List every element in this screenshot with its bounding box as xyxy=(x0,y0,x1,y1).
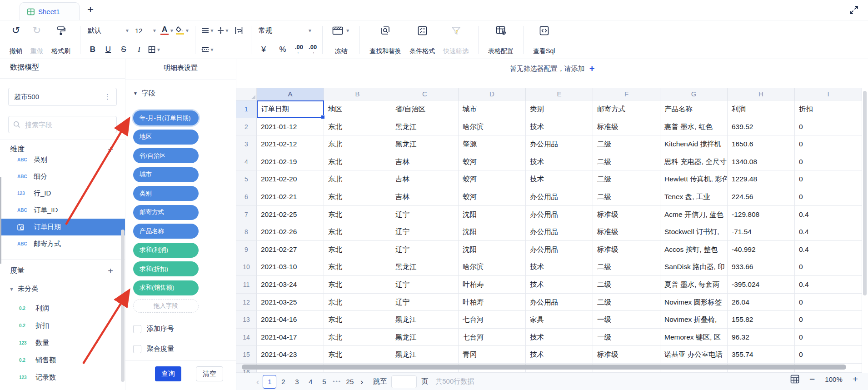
row-header[interactable]: 15 xyxy=(236,346,257,364)
grid-view-icon[interactable] xyxy=(790,375,799,384)
grid-cell[interactable]: Acme 开信刀, 蓝色 xyxy=(660,206,728,224)
grid-cell[interactable]: 26.04 xyxy=(728,294,795,311)
grid-cell[interactable]: 办公用品 xyxy=(526,206,593,224)
grid-cell[interactable]: 技术 xyxy=(526,170,593,188)
grid-cell[interactable]: 东北 xyxy=(324,276,391,294)
grid-cell[interactable]: 0 xyxy=(795,188,862,206)
field-chip[interactable]: 求和(折扣) xyxy=(133,261,199,276)
grid-cell[interactable]: 东北 xyxy=(324,153,391,171)
field-chip[interactable]: 求和(销售额) xyxy=(133,280,199,295)
grid-cell[interactable]: 355.74 xyxy=(728,346,795,364)
grid-cell[interactable]: 家具 xyxy=(526,311,593,329)
grid-cell[interactable]: 黑龙江 xyxy=(391,346,459,364)
bold-button[interactable]: B xyxy=(86,44,100,55)
grid-cell[interactable]: 思科 充电器, 全尺寸 xyxy=(660,153,728,171)
grid-cell[interactable]: 东北 xyxy=(324,170,391,188)
grid-cell[interactable]: Novimex 折叠椅, xyxy=(660,311,728,329)
add-index-option[interactable]: 添加序号 xyxy=(133,325,174,333)
page-button[interactable]: 4 xyxy=(304,375,317,389)
sidebar-measure-item[interactable]: 0.2销售额 xyxy=(0,352,125,369)
grid-cell[interactable]: 二级 xyxy=(593,135,660,153)
grid-cell[interactable]: 二级 xyxy=(593,294,660,311)
grid-cell[interactable]: 0 xyxy=(795,118,862,136)
grid-cell[interactable]: 哈尔滨 xyxy=(459,118,526,136)
column-header[interactable]: F xyxy=(593,88,660,100)
grid-cell[interactable]: 技术 xyxy=(526,118,593,136)
grid-cell[interactable]: 蛟河 xyxy=(459,170,526,188)
grid-cell[interactable]: 东北 xyxy=(324,118,391,136)
row-header[interactable]: 11 xyxy=(236,276,257,294)
grid-cell[interactable]: 2021-03-10 xyxy=(257,258,324,276)
column-header[interactable]: D xyxy=(459,88,526,100)
font-size-select[interactable]: 12▼ xyxy=(133,27,159,35)
add-filter-button[interactable]: + xyxy=(589,65,595,73)
grid-cell[interactable]: KitchenAid 搅拌机 xyxy=(660,135,728,153)
grid-cell[interactable]: 黑龙江 xyxy=(391,118,459,136)
grid-cell[interactable]: 辽宁 xyxy=(391,206,459,224)
quick-filter-button[interactable]: 快速筛选 xyxy=(439,23,473,57)
grid-cell[interactable]: 辽宁 xyxy=(391,276,459,294)
grid-cell[interactable]: 利润 xyxy=(728,100,795,118)
grid-cell[interactable]: 办公用品 xyxy=(526,135,593,153)
grid-cell[interactable]: 辽宁 xyxy=(391,223,459,241)
page-ellipsis[interactable]: ••• xyxy=(331,379,343,385)
grid-cell[interactable]: 黑龙江 xyxy=(391,135,459,153)
grid-cell[interactable]: 折扣 xyxy=(795,100,862,118)
clear-button[interactable]: 清空 xyxy=(196,366,223,381)
grid-cell[interactable]: 东北 xyxy=(324,346,391,364)
grid-cell[interactable]: 办公用品 xyxy=(526,241,593,259)
field-chip[interactable]: 邮寄方式 xyxy=(133,205,199,220)
grid-cell[interactable]: 一级 xyxy=(593,311,660,329)
sidebar-dimension-item[interactable]: ABC类别 xyxy=(0,151,125,168)
grid-cell[interactable]: 黑龙江 xyxy=(391,311,459,329)
sidebar-dimension-item[interactable]: 123行_ID xyxy=(0,185,125,202)
view-sql-button[interactable]: 查看Sql xyxy=(529,23,559,57)
grid-cell[interactable]: 办公用品 xyxy=(526,188,593,206)
table-config-button[interactable]: 表格配置 xyxy=(484,23,518,57)
percent-format-button[interactable]: % xyxy=(276,44,289,55)
increase-decimal-button[interactable]: .00 → xyxy=(309,45,317,54)
grid-cell[interactable]: 2021-01-12 xyxy=(257,118,324,136)
grid-cell[interactable]: 2021-02-20 xyxy=(257,170,324,188)
jump-page-input[interactable] xyxy=(391,375,417,388)
sidebar-scrollbar[interactable] xyxy=(121,230,125,382)
query-button[interactable]: 查询 xyxy=(155,366,181,381)
next-page-button[interactable]: › xyxy=(357,377,367,387)
grid-cell[interactable]: 0 xyxy=(795,294,862,311)
grid-cell[interactable]: 辽宁 xyxy=(391,294,459,311)
underline-button[interactable]: U xyxy=(101,44,115,55)
row-header[interactable]: 3 xyxy=(236,135,257,153)
drop-field-zone[interactable]: 拖入字段 xyxy=(133,299,199,313)
grid-cell[interactable]: 沈阳 xyxy=(459,241,526,259)
grid-cell[interactable]: 东北 xyxy=(324,241,391,259)
row-header[interactable]: 13 xyxy=(236,311,257,329)
grid-cell[interactable]: 东北 xyxy=(324,329,391,346)
column-header[interactable]: H xyxy=(728,88,795,100)
sidebar-dimension-item[interactable]: ABC细分 xyxy=(0,168,125,185)
checkbox-icon[interactable] xyxy=(133,325,141,333)
find-replace-button[interactable]: 查找和替换 xyxy=(365,23,405,57)
grid-cell[interactable]: 标准级 xyxy=(593,223,660,241)
row-header[interactable]: 14 xyxy=(236,329,257,346)
row-header[interactable]: 7 xyxy=(236,206,257,224)
sidebar-measure-item[interactable]: 0.2利润 xyxy=(0,300,125,317)
grid-cell[interactable]: 2021-02-12 xyxy=(257,135,324,153)
field-chip[interactable]: 年-月-日(订单日期) xyxy=(133,110,199,125)
column-header[interactable]: I xyxy=(795,88,862,100)
sidebar-measure-item[interactable]: 123记录数 xyxy=(0,369,125,386)
grid-cell[interactable]: 吉林 xyxy=(391,153,459,171)
freeze-button[interactable]: ▼ 冻结 xyxy=(328,23,354,57)
row-header[interactable]: 6 xyxy=(236,188,257,206)
horizontal-align-button[interactable]: ▼ xyxy=(201,25,215,36)
sidebar-left-scrollbar[interactable] xyxy=(0,177,1,264)
grid-cell[interactable]: 办公用品 xyxy=(526,294,593,311)
grid-cell[interactable]: 沈阳 xyxy=(459,223,526,241)
grid-cell[interactable]: 标准级 xyxy=(593,118,660,136)
field-search-box[interactable] xyxy=(8,116,117,133)
grid-cell[interactable]: 蛟河 xyxy=(459,188,526,206)
grid-cell[interactable]: 吉林 xyxy=(391,188,459,206)
grid-cell[interactable]: 黑龙江 xyxy=(391,329,459,346)
grid-cell[interactable]: 东北 xyxy=(324,188,391,206)
grid-cell[interactable]: 青冈 xyxy=(459,346,526,364)
grid-cell[interactable]: 96.32 xyxy=(728,329,795,346)
